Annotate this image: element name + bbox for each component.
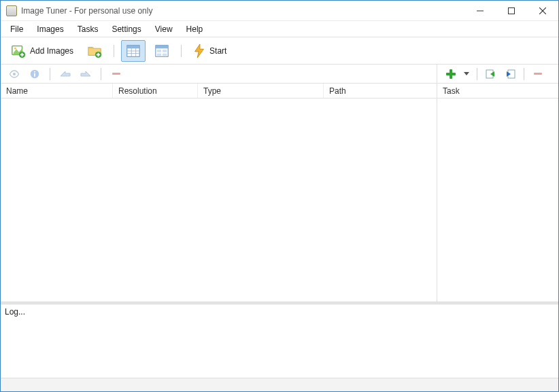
add-task-dropdown[interactable] [462,67,471,82]
add-folder-button[interactable] [82,40,107,62]
main-toolbar: Add Images Start [1,37,558,65]
secondary-toolbars [1,65,558,84]
menu-images[interactable]: Images [30,22,70,36]
thumbnails-view-icon [154,43,169,58]
menu-file[interactable]: File [3,22,30,36]
menu-help[interactable]: Help [180,22,210,36]
toolbar-separator [114,45,114,57]
col-name[interactable]: Name [1,84,113,98]
chevron-down-icon [464,72,469,75]
export-tasks-button[interactable] [502,67,518,82]
separator [524,68,524,80]
tasks-toolbar [437,65,558,83]
add-images-icon [11,43,26,58]
col-path[interactable]: Path [324,84,437,98]
images-pane: Name Resolution Type Path [1,84,437,302]
start-button[interactable]: Start [188,40,231,62]
rotate-left-button[interactable] [57,67,73,82]
svg-rect-14 [127,45,139,48]
add-images-button[interactable]: Add Images [6,40,78,62]
svg-rect-1 [509,7,515,14]
menu-settings[interactable]: Settings [105,22,148,36]
tasks-columns: Task [437,84,558,99]
svg-rect-20 [156,45,168,48]
svg-rect-22 [163,50,167,52]
toolbar-separator [181,45,182,57]
svg-rect-23 [157,53,161,56]
tasks-list[interactable] [437,99,558,302]
eye-icon [9,70,20,78]
rotate-left-icon [60,69,71,79]
svg-marker-31 [81,71,90,76]
menu-tasks[interactable]: Tasks [71,22,105,36]
status-bar [1,378,558,391]
view-details-button[interactable] [121,40,146,62]
import-tasks-button[interactable] [483,67,499,82]
title-bar: Image Tuner - For personal use only [1,1,558,21]
add-images-label: Add Images [30,46,73,56]
remove-icon [112,73,120,75]
menu-bar: File Images Tasks Settings View Help [1,21,558,37]
remove-task-button[interactable] [530,67,546,82]
svg-rect-28 [34,73,35,76]
window-title: Image Tuner - For personal use only [21,6,152,16]
svg-point-26 [13,73,16,75]
svg-marker-25 [195,43,204,57]
add-task-button[interactable] [443,67,459,82]
info-button[interactable] [27,67,43,82]
col-resolution[interactable]: Resolution [113,84,198,98]
col-task[interactable]: Task [437,84,558,98]
rotate-right-button[interactable] [78,67,94,82]
svg-rect-21 [157,50,161,52]
view-thumbnails-button[interactable] [150,40,174,62]
app-icon [6,5,17,16]
separator [101,68,101,80]
separator [50,68,50,80]
remove-image-button[interactable] [108,67,124,82]
maximize-button[interactable] [496,1,527,20]
content-panes: Name Resolution Type Path Task [1,84,558,302]
separator [477,68,477,80]
svg-rect-24 [163,53,167,56]
close-button[interactable] [527,1,558,20]
preview-button[interactable] [6,67,22,82]
svg-rect-9 [20,54,24,55]
rotate-right-icon [80,69,91,79]
list-view-icon [126,43,141,58]
export-icon [505,69,515,79]
col-type[interactable]: Type [198,84,324,98]
svg-rect-12 [97,54,101,55]
remove-icon [534,73,542,75]
tasks-pane: Task [437,84,558,302]
images-list[interactable] [1,99,437,302]
add-icon [446,69,456,79]
menu-view[interactable]: View [148,22,180,36]
minimize-button[interactable] [464,1,496,20]
log-pane[interactable]: Log... [1,304,558,378]
svg-point-6 [14,47,16,49]
info-icon [30,69,39,79]
svg-point-29 [34,71,35,72]
lightning-icon [193,43,205,58]
images-columns: Name Resolution Type Path [1,84,437,99]
images-toolbar [1,65,437,83]
svg-marker-30 [61,71,70,76]
start-label: Start [209,46,226,56]
folder-add-icon [87,43,102,58]
window-controls [464,1,558,20]
log-text: Log... [5,307,25,317]
import-icon [486,69,496,79]
